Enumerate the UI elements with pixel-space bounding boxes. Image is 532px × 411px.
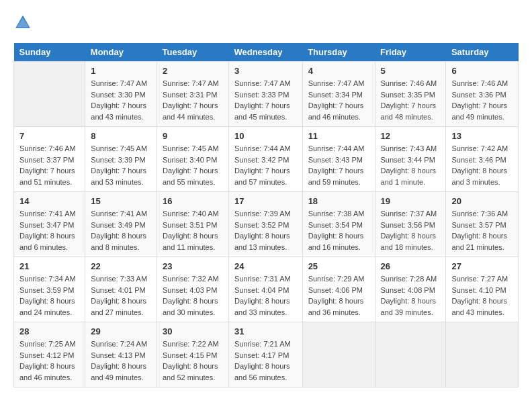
day-info: Sunrise: 7:41 AMSunset: 3:47 PMDaylight:… <box>19 208 79 253</box>
svg-marker-1 <box>17 17 30 27</box>
day-number: 15 <box>91 196 151 206</box>
day-info: Sunrise: 7:40 AMSunset: 3:51 PMDaylight:… <box>163 208 223 253</box>
day-number: 3 <box>234 66 297 76</box>
calendar-cell: 1Sunrise: 7:47 AMSunset: 3:30 PMDaylight… <box>85 62 157 127</box>
day-info: Sunrise: 7:33 AMSunset: 4:01 PMDaylight:… <box>91 273 151 318</box>
day-info: Sunrise: 7:43 AMSunset: 3:44 PMDaylight:… <box>381 143 441 187</box>
weekday-header-saturday: Saturday <box>446 43 519 62</box>
calendar-cell: 7Sunrise: 7:46 AMSunset: 3:37 PMDaylight… <box>14 127 85 192</box>
calendar-table: SundayMondayTuesdayWednesdayThursdayFrid… <box>13 43 519 387</box>
day-info: Sunrise: 7:31 AMSunset: 4:04 PMDaylight:… <box>234 273 297 318</box>
weekday-header-monday: Monday <box>85 43 157 62</box>
calendar-cell: 19Sunrise: 7:37 AMSunset: 3:56 PMDayligh… <box>375 192 446 257</box>
calendar-cell <box>302 322 375 387</box>
day-info: Sunrise: 7:21 AMSunset: 4:17 PMDaylight:… <box>234 338 297 383</box>
day-number: 6 <box>451 66 513 76</box>
day-info: Sunrise: 7:29 AMSunset: 4:06 PMDaylight:… <box>308 273 369 318</box>
page-header <box>13 13 519 32</box>
day-info: Sunrise: 7:44 AMSunset: 3:42 PMDaylight:… <box>234 143 297 187</box>
day-info: Sunrise: 7:38 AMSunset: 3:54 PMDaylight:… <box>308 208 369 253</box>
calendar-cell: 5Sunrise: 7:46 AMSunset: 3:35 PMDaylight… <box>375 62 446 127</box>
weekday-header-sunday: Sunday <box>14 43 85 62</box>
calendar-cell: 4Sunrise: 7:47 AMSunset: 3:34 PMDaylight… <box>302 62 375 127</box>
day-number: 21 <box>19 261 79 271</box>
day-number: 14 <box>19 196 79 206</box>
logo-icon <box>13 13 32 32</box>
calendar-cell: 31Sunrise: 7:21 AMSunset: 4:17 PMDayligh… <box>228 322 302 387</box>
day-number: 8 <box>91 131 151 141</box>
weekday-header-friday: Friday <box>375 43 446 62</box>
day-number: 24 <box>234 261 297 271</box>
calendar-cell: 27Sunrise: 7:27 AMSunset: 4:10 PMDayligh… <box>446 257 519 322</box>
day-info: Sunrise: 7:36 AMSunset: 3:57 PMDaylight:… <box>451 208 513 253</box>
day-info: Sunrise: 7:46 AMSunset: 3:36 PMDaylight:… <box>451 78 513 122</box>
calendar-cell: 15Sunrise: 7:41 AMSunset: 3:49 PMDayligh… <box>85 192 157 257</box>
calendar-cell: 9Sunrise: 7:45 AMSunset: 3:40 PMDaylight… <box>157 127 228 192</box>
day-number: 20 <box>451 196 513 206</box>
day-info: Sunrise: 7:47 AMSunset: 3:30 PMDaylight:… <box>91 78 151 122</box>
day-info: Sunrise: 7:24 AMSunset: 4:13 PMDaylight:… <box>91 338 151 383</box>
weekday-header-thursday: Thursday <box>302 43 375 62</box>
day-number: 19 <box>381 196 441 206</box>
day-number: 12 <box>381 131 441 141</box>
day-number: 22 <box>91 261 151 271</box>
day-number: 1 <box>91 66 151 76</box>
calendar-cell: 29Sunrise: 7:24 AMSunset: 4:13 PMDayligh… <box>85 322 157 387</box>
calendar-cell: 23Sunrise: 7:32 AMSunset: 4:03 PMDayligh… <box>157 257 228 322</box>
calendar-cell: 12Sunrise: 7:43 AMSunset: 3:44 PMDayligh… <box>375 127 446 192</box>
day-number: 13 <box>451 131 513 141</box>
day-info: Sunrise: 7:45 AMSunset: 3:40 PMDaylight:… <box>163 143 223 187</box>
weekday-header-wednesday: Wednesday <box>228 43 302 62</box>
calendar-cell: 17Sunrise: 7:39 AMSunset: 3:52 PMDayligh… <box>228 192 302 257</box>
day-info: Sunrise: 7:39 AMSunset: 3:52 PMDaylight:… <box>234 208 297 253</box>
day-number: 4 <box>308 66 369 76</box>
calendar-cell: 16Sunrise: 7:40 AMSunset: 3:51 PMDayligh… <box>157 192 228 257</box>
calendar-week-row: 28Sunrise: 7:25 AMSunset: 4:12 PMDayligh… <box>14 322 519 387</box>
calendar-cell: 8Sunrise: 7:45 AMSunset: 3:39 PMDaylight… <box>85 127 157 192</box>
calendar-cell: 30Sunrise: 7:22 AMSunset: 4:15 PMDayligh… <box>157 322 228 387</box>
calendar-cell: 24Sunrise: 7:31 AMSunset: 4:04 PMDayligh… <box>228 257 302 322</box>
weekday-header-row: SundayMondayTuesdayWednesdayThursdayFrid… <box>14 43 519 62</box>
calendar-cell: 18Sunrise: 7:38 AMSunset: 3:54 PMDayligh… <box>302 192 375 257</box>
day-number: 16 <box>163 196 223 206</box>
calendar-week-row: 21Sunrise: 7:34 AMSunset: 3:59 PMDayligh… <box>14 257 519 322</box>
day-info: Sunrise: 7:22 AMSunset: 4:15 PMDaylight:… <box>163 338 223 383</box>
weekday-header-tuesday: Tuesday <box>157 43 228 62</box>
calendar-cell <box>446 322 519 387</box>
day-info: Sunrise: 7:47 AMSunset: 3:34 PMDaylight:… <box>308 78 369 122</box>
day-number: 7 <box>19 131 79 141</box>
day-number: 28 <box>19 326 79 336</box>
day-info: Sunrise: 7:42 AMSunset: 3:46 PMDaylight:… <box>451 143 513 187</box>
day-info: Sunrise: 7:44 AMSunset: 3:43 PMDaylight:… <box>308 143 369 187</box>
calendar-cell: 13Sunrise: 7:42 AMSunset: 3:46 PMDayligh… <box>446 127 519 192</box>
day-number: 25 <box>308 261 369 271</box>
calendar-week-row: 7Sunrise: 7:46 AMSunset: 3:37 PMDaylight… <box>14 127 519 192</box>
day-number: 11 <box>308 131 369 141</box>
calendar-cell: 26Sunrise: 7:28 AMSunset: 4:08 PMDayligh… <box>375 257 446 322</box>
calendar-cell: 22Sunrise: 7:33 AMSunset: 4:01 PMDayligh… <box>85 257 157 322</box>
day-info: Sunrise: 7:47 AMSunset: 3:33 PMDaylight:… <box>234 78 297 122</box>
calendar-cell: 3Sunrise: 7:47 AMSunset: 3:33 PMDaylight… <box>228 62 302 127</box>
day-info: Sunrise: 7:46 AMSunset: 3:35 PMDaylight:… <box>381 78 441 122</box>
calendar-cell: 25Sunrise: 7:29 AMSunset: 4:06 PMDayligh… <box>302 257 375 322</box>
day-number: 2 <box>163 66 223 76</box>
day-info: Sunrise: 7:34 AMSunset: 3:59 PMDaylight:… <box>19 273 79 318</box>
calendar-week-row: 14Sunrise: 7:41 AMSunset: 3:47 PMDayligh… <box>14 192 519 257</box>
day-number: 26 <box>381 261 441 271</box>
day-info: Sunrise: 7:47 AMSunset: 3:31 PMDaylight:… <box>163 78 223 122</box>
calendar-cell <box>375 322 446 387</box>
day-info: Sunrise: 7:46 AMSunset: 3:37 PMDaylight:… <box>19 143 79 187</box>
day-number: 31 <box>234 326 297 336</box>
calendar-cell: 20Sunrise: 7:36 AMSunset: 3:57 PMDayligh… <box>446 192 519 257</box>
calendar-cell: 28Sunrise: 7:25 AMSunset: 4:12 PMDayligh… <box>14 322 85 387</box>
day-number: 30 <box>163 326 223 336</box>
day-number: 9 <box>163 131 223 141</box>
calendar-cell <box>14 62 85 127</box>
day-info: Sunrise: 7:41 AMSunset: 3:49 PMDaylight:… <box>91 208 151 253</box>
day-number: 17 <box>234 196 297 206</box>
day-info: Sunrise: 7:27 AMSunset: 4:10 PMDaylight:… <box>451 273 513 318</box>
calendar-week-row: 1Sunrise: 7:47 AMSunset: 3:30 PMDaylight… <box>14 62 519 127</box>
day-info: Sunrise: 7:37 AMSunset: 3:56 PMDaylight:… <box>381 208 441 253</box>
day-number: 5 <box>381 66 441 76</box>
day-number: 29 <box>91 326 151 336</box>
